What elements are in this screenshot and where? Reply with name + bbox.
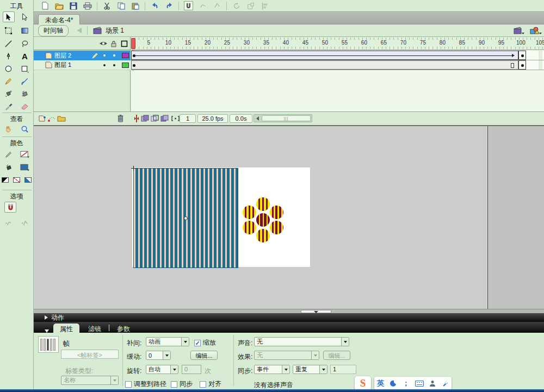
effect-dropdown[interactable]: 无 <box>254 351 319 360</box>
copy-button[interactable] <box>116 1 126 10</box>
scale-button[interactable] <box>246 1 255 10</box>
half-moon-icon[interactable] <box>390 380 397 387</box>
insert-layer-folder-button[interactable] <box>57 114 66 123</box>
lock-icon[interactable] <box>110 40 117 47</box>
cut-button[interactable] <box>102 1 112 10</box>
snap-checkbox[interactable]: 对齐 <box>200 379 221 389</box>
open-button[interactable] <box>54 1 64 10</box>
gradient-transform-tool-button[interactable] <box>19 25 31 36</box>
rectangle-tool-button[interactable] <box>19 63 31 74</box>
rotate-dropdown[interactable]: 自动 <box>146 365 178 374</box>
frame-ruler[interactable]: 5101520253035404550556065707580859095100… <box>131 37 544 50</box>
timeline-horizontal-scrollbar[interactable]: ||| <box>254 114 312 122</box>
layer1-frames-row[interactable] <box>131 60 544 70</box>
pen-tool-button[interactable] <box>3 51 15 61</box>
layer-visibility-dot[interactable] <box>103 64 106 66</box>
black-white-colors-button[interactable] <box>2 177 9 183</box>
sync-checkbox[interactable]: 同步 <box>171 379 193 389</box>
save-button[interactable] <box>69 1 78 10</box>
striped-circle-upper-right[interactable] <box>270 206 283 219</box>
pencil-tool-button[interactable] <box>3 76 15 86</box>
sync-dropdown[interactable]: 事件 <box>254 365 290 374</box>
rotate-count-input[interactable]: 0 <box>182 365 201 374</box>
swap-colors-button[interactable] <box>24 177 32 183</box>
scene-name-label[interactable]: 场景 1 <box>106 26 124 35</box>
loop-count-input[interactable]: 1 <box>330 365 356 374</box>
playhead[interactable] <box>131 38 135 49</box>
striped-circle-top[interactable] <box>256 197 270 211</box>
edit-symbols-button[interactable] <box>530 26 542 35</box>
striped-circle-bottom[interactable] <box>256 229 270 242</box>
lasso-tool-button[interactable] <box>19 38 31 49</box>
tab-parameters[interactable]: 参数 <box>110 323 137 333</box>
orient-to-path-checkbox[interactable]: 调整到路径 <box>125 379 166 389</box>
user-icon[interactable] <box>429 380 436 387</box>
eyedropper-tool-button[interactable] <box>3 101 15 111</box>
striped-circle-center[interactable] <box>256 213 270 227</box>
end-keyframe-cell[interactable] <box>518 60 526 70</box>
repeat-dropdown[interactable]: 重复 <box>293 365 327 374</box>
scale-checkbox[interactable]: ✓ 缩放 <box>194 338 216 347</box>
redo-button[interactable] <box>164 1 174 10</box>
delete-layer-button[interactable] <box>115 114 125 123</box>
scrollbar-thumb[interactable]: ||| <box>262 115 311 121</box>
edit-ease-button[interactable]: 编辑... <box>190 351 218 360</box>
fill-color-swatch[interactable] <box>19 162 31 173</box>
back-arrow-icon[interactable] <box>77 28 82 33</box>
wrench-icon[interactable] <box>442 380 449 387</box>
selection-tool-button[interactable] <box>3 11 15 22</box>
text-tool-button[interactable]: A <box>19 51 31 61</box>
no-color-button[interactable] <box>13 177 20 183</box>
motion-tween-span[interactable] <box>131 51 518 60</box>
free-transform-tool-button[interactable] <box>3 25 15 36</box>
striped-circle-lower-left[interactable] <box>243 221 256 234</box>
ime-language-button[interactable]: 英 <box>377 378 384 388</box>
actions-panel-bar[interactable]: 动作 <box>34 313 544 322</box>
layer-outline-color-swatch[interactable] <box>122 63 129 68</box>
brush-tool-button[interactable] <box>19 76 31 86</box>
print-button[interactable] <box>83 1 92 10</box>
tab-filters[interactable]: 滤镜 <box>82 323 108 333</box>
paint-bucket-tool-button[interactable] <box>19 88 31 99</box>
edit-scene-button[interactable] <box>514 26 524 35</box>
align-button[interactable] <box>260 1 269 10</box>
striped-circle-upper-left[interactable] <box>243 206 256 219</box>
oval-tool-button[interactable] <box>3 63 15 74</box>
layer-lock-dot[interactable] <box>113 54 115 57</box>
ease-stepper[interactable]: 0 <box>146 351 171 360</box>
edit-multiple-frames-button[interactable] <box>160 114 170 123</box>
sogou-logo-icon[interactable]: S <box>355 376 371 390</box>
layer-row-1[interactable]: 图层 1 <box>34 60 131 70</box>
snap-toggle-button[interactable] <box>184 1 193 10</box>
layer-outline-color-swatch[interactable] <box>122 53 129 58</box>
onion-skin-button[interactable] <box>140 114 150 123</box>
scroll-left-arrow-icon[interactable] <box>255 116 261 121</box>
edit-effect-button[interactable]: 编辑... <box>323 351 350 360</box>
zoom-tool-button[interactable] <box>19 123 31 134</box>
rotate-button[interactable] <box>232 1 241 10</box>
layer-visibility-dot[interactable] <box>103 54 106 57</box>
tween-dropdown[interactable]: 动画 <box>146 337 189 346</box>
label-type-dropdown[interactable]: 名称 <box>61 376 119 385</box>
straighten-option-button[interactable] <box>19 217 31 228</box>
stroke-color-swatch[interactable] <box>19 149 31 160</box>
smooth-button[interactable] <box>198 1 207 10</box>
modify-onion-markers-button[interactable] <box>170 114 180 123</box>
end-keyframe-cell[interactable] <box>518 51 526 60</box>
soft-keyboard-icon[interactable] <box>415 381 424 387</box>
current-frame-field[interactable]: 1 <box>180 114 196 123</box>
document-tab[interactable]: 未命名-4* <box>38 14 80 24</box>
frame-span[interactable] <box>131 60 518 70</box>
straighten-button[interactable] <box>212 1 221 10</box>
timeline-frames-area[interactable]: 5101520253035404550556065707580859095100… <box>131 37 544 111</box>
hand-tool-button[interactable] <box>3 123 15 134</box>
stage-pasteboard[interactable] <box>34 126 487 309</box>
layer-lock-dot[interactable] <box>113 64 115 66</box>
striped-circle-lower-right[interactable] <box>270 221 283 234</box>
transform-center-point[interactable] <box>184 216 188 220</box>
add-motion-guide-button[interactable] <box>47 114 57 123</box>
smooth-option-button[interactable] <box>3 217 15 228</box>
layer-row-2[interactable]: 图层 2 <box>34 51 131 60</box>
frame-rate-field[interactable]: 25.0 fps <box>197 114 228 123</box>
onion-skin-outlines-button[interactable] <box>150 114 160 123</box>
